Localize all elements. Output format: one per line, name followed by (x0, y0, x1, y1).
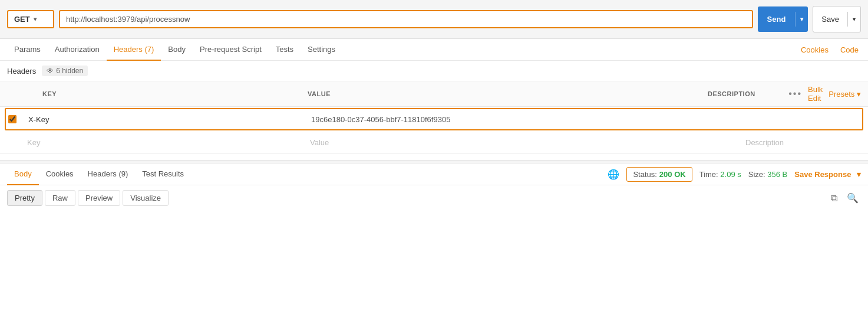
globe-icon[interactable]: 🌐 (608, 169, 619, 180)
value-cell[interactable]: 19c6e180-0c37-4056-bbf7-11810f6f9305 (309, 110, 742, 129)
save-button[interactable]: Save ▾ (813, 6, 861, 32)
more-options-icon[interactable]: ••• (788, 89, 802, 99)
checkbox-cell[interactable] (8, 115, 26, 123)
table-col-headers: KEY VALUE DESCRIPTION ••• Bulk Edit Pres… (0, 81, 868, 107)
headers-section-header: Headers 👁 6 hidden (0, 61, 868, 81)
row-checkbox[interactable] (8, 115, 16, 123)
desc-cell (742, 114, 860, 124)
status-label: Status: (633, 170, 656, 179)
format-tab-preview[interactable]: Preview (78, 190, 120, 206)
empty-key-cell[interactable]: Key (25, 133, 308, 152)
empty-desc-cell[interactable]: Description (743, 133, 861, 152)
format-tab-visualize[interactable]: Visualize (123, 190, 169, 206)
save-chevron[interactable]: ▾ (847, 12, 860, 27)
tab-authorization[interactable]: Authorization (48, 39, 107, 61)
headers-table: KEY VALUE DESCRIPTION ••• Bulk Edit Pres… (0, 81, 868, 154)
table-empty-row: Key Value Description (0, 132, 868, 154)
send-chevron[interactable]: ▾ (795, 12, 808, 27)
request-tabs: Params Authorization Headers (7) Body Pr… (0, 39, 868, 61)
method-chevron: ▾ (34, 16, 37, 22)
time-info: Time: 2.09 s (699, 170, 741, 179)
presets-button[interactable]: Presets ▾ (829, 90, 861, 99)
format-bar: Pretty Raw Preview Visualize ⧉ 🔍 (0, 185, 868, 211)
response-tabs: Body Cookies Headers (9) Test Results 🌐 … (0, 163, 868, 185)
response-tab-body[interactable]: Body (7, 163, 39, 185)
format-tab-pretty[interactable]: Pretty (7, 190, 42, 206)
status-box: Status: 200 OK (626, 167, 692, 182)
col-header-key: KEY (42, 90, 57, 97)
tab-pre-request-script[interactable]: Pre-request Script (193, 39, 269, 61)
hidden-badge: 👁 6 hidden (42, 66, 88, 76)
response-tab-headers[interactable]: Headers (9) (81, 163, 136, 185)
url-bar: GET ▾ Send ▾ Save ▾ (0, 0, 868, 39)
headers-section-title: Headers (7, 67, 36, 76)
response-info: 🌐 Status: 200 OK Time: 2.09 s Size: 356 … (608, 167, 861, 182)
send-label: Send (758, 11, 796, 28)
empty-value-cell[interactable]: Value (308, 133, 743, 152)
method-label: GET (14, 15, 30, 24)
bulk-edit-button[interactable]: Bulk Edit (808, 85, 823, 103)
url-input-wrapper (59, 10, 753, 28)
response-tab-cookies[interactable]: Cookies (39, 163, 81, 185)
save-label: Save (813, 11, 847, 28)
url-input[interactable] (60, 11, 752, 27)
format-tab-raw[interactable]: Raw (45, 190, 75, 206)
tab-body[interactable]: Body (161, 39, 193, 61)
size-info: Size: 356 B (748, 170, 788, 179)
col-header-value: VALUE (308, 90, 708, 97)
send-button[interactable]: Send ▾ (758, 6, 808, 32)
tab-settings[interactable]: Settings (301, 39, 342, 61)
key-cell[interactable]: X-Key (26, 110, 309, 129)
cookies-link[interactable]: Cookies (798, 40, 831, 60)
format-right-actions: ⧉ 🔍 (829, 190, 861, 206)
status-value: 200 OK (659, 170, 686, 179)
tab-headers[interactable]: Headers (7) (107, 39, 161, 61)
code-link[interactable]: Code (838, 40, 861, 60)
method-select[interactable]: GET ▾ (7, 10, 54, 28)
table-row: X-Key 19c6e180-0c37-4056-bbf7-11810f6f93… (5, 108, 863, 130)
eye-icon: 👁 (47, 67, 54, 75)
hidden-count: 6 hidden (56, 67, 83, 75)
tab-params[interactable]: Params (7, 39, 48, 61)
tab-tests[interactable]: Tests (269, 39, 301, 61)
response-tab-test-results[interactable]: Test Results (135, 163, 191, 185)
tabs-right: Cookies Code (798, 40, 861, 60)
copy-icon[interactable]: ⧉ (829, 191, 840, 206)
search-icon[interactable]: 🔍 (844, 190, 861, 206)
save-response-button[interactable]: Save Response ▾ (794, 170, 861, 179)
